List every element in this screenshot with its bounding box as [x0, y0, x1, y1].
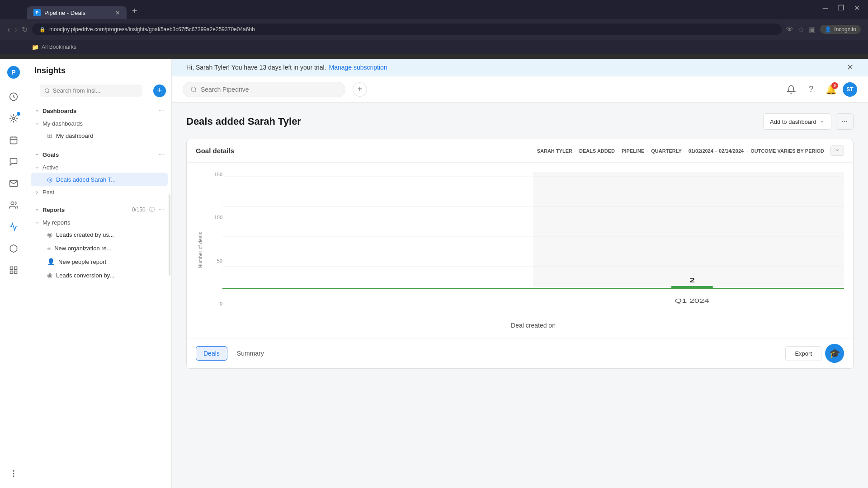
tab-close-icon[interactable]: ✕ — [115, 9, 120, 16]
nav-home[interactable] — [5, 88, 23, 106]
sidebar-app-title: Insights — [34, 66, 66, 75]
deals-tab[interactable]: Deals — [196, 346, 227, 361]
alert-button-wrapper: 🔔 9 — [823, 81, 839, 98]
deals-added-label: Deals added Sarah T... — [56, 176, 116, 183]
info-icon[interactable]: ⓘ — [149, 206, 155, 214]
sidebar-add-button[interactable]: + — [153, 84, 166, 97]
manage-subscription-link[interactable]: Manage subscription — [329, 64, 387, 71]
forward-button[interactable]: › — [14, 25, 17, 34]
leads-conversion-icon: ◉ — [47, 272, 52, 279]
dashboards-title[interactable]: Dashboards — [34, 108, 76, 114]
nav-insights[interactable] — [5, 218, 23, 236]
reports-more-button[interactable]: ··· — [158, 206, 164, 214]
reader-mode-button[interactable]: ▣ — [809, 25, 816, 34]
sidebar-search-input[interactable] — [53, 87, 138, 94]
chart-area: Deals added Sarah Tyler Add to dashboard… — [172, 103, 868, 488]
y-axis-label: Number of deals — [196, 172, 205, 329]
goal-type: DEALS ADDED — [579, 148, 615, 154]
url-text: moodjoy.pipedrive.com/progress/insights/… — [49, 26, 255, 33]
goal-card-header: Goal details SARAH TYLER · DEALS ADDED ·… — [187, 139, 853, 163]
close-button[interactable]: ✕ — [849, 4, 864, 12]
nav-leads[interactable] — [5, 153, 23, 171]
add-to-dashboard-label: Add to dashboard — [770, 118, 816, 125]
top-bar: + ? 🔔 9 ST — [172, 76, 868, 103]
nav-more[interactable] — [5, 465, 23, 483]
active-label: Active — [42, 164, 58, 171]
user-avatar[interactable]: ST — [843, 82, 857, 97]
svg-rect-24 — [533, 172, 844, 289]
svg-point-3 — [12, 117, 14, 120]
collapse-button[interactable] — [830, 145, 844, 156]
sidebar-content: Dashboards ··· My dashboards ⊞ My dashbo… — [27, 102, 171, 488]
notification-bell-button[interactable] — [783, 81, 799, 98]
my-reports-header[interactable]: My reports — [27, 216, 171, 228]
graduation-cap-button[interactable]: 🎓 — [825, 344, 844, 363]
lock-icon: 🔒 — [39, 27, 46, 33]
svg-rect-26 — [671, 286, 713, 288]
help-button[interactable]: ? — [803, 81, 819, 98]
eye-off-icon[interactable]: 👁 — [786, 25, 793, 33]
add-button[interactable]: + — [353, 82, 367, 97]
past-label: Past — [42, 189, 54, 196]
summary-tab[interactable]: Summary — [229, 346, 272, 361]
goal-period: QUARTERLY — [651, 148, 681, 154]
goals-title[interactable]: Goals — [34, 151, 59, 158]
refresh-button[interactable]: ↻ — [22, 25, 28, 34]
svg-point-15 — [13, 476, 14, 477]
goal-outcome: OUTCOME VARIES BY PERIOD — [750, 148, 824, 154]
y-axis-container: Number of deals 150 100 50 0 — [196, 172, 222, 329]
banner-text: Hi, Sarah Tyler! You have 13 days left i… — [186, 64, 326, 71]
my-dashboard-item[interactable]: ⊞ My dashboard — [31, 129, 168, 142]
more-options-button[interactable]: ··· — [836, 113, 854, 130]
nav-products[interactable] — [5, 239, 23, 258]
y-value-100: 100 — [214, 215, 222, 220]
nav-contacts[interactable] — [5, 196, 23, 214]
incognito-label: Incognito — [834, 26, 856, 33]
deals-added-item[interactable]: ◎ Deals added Sarah T... — [31, 173, 168, 186]
banner-close-button[interactable]: ✕ — [847, 63, 854, 71]
nav-reports[interactable] — [5, 261, 23, 279]
reports-title[interactable]: Reports — [34, 206, 65, 213]
new-people-item[interactable]: 👤 New people report — [31, 255, 168, 268]
svg-point-13 — [13, 470, 14, 471]
global-search[interactable] — [183, 82, 345, 97]
svg-text:2: 2 — [689, 277, 695, 284]
leads-created-item[interactable]: ◉ Leads created by us... — [31, 228, 168, 241]
goal-meta-bar: SARAH TYLER · DEALS ADDED · PIPELINE · Q… — [537, 145, 844, 156]
svg-point-18 — [191, 87, 196, 91]
bookmarks-folder-icon: 📁 — [32, 44, 39, 51]
nav-mail[interactable] — [5, 174, 23, 192]
chart-title: Deals added Sarah Tyler — [186, 116, 763, 127]
dashboards-more-button[interactable]: ··· — [158, 107, 164, 115]
goals-more-button[interactable]: ··· — [158, 150, 164, 159]
export-button[interactable]: Export — [785, 346, 821, 361]
star-icon[interactable]: ☆ — [798, 25, 804, 34]
back-button[interactable]: ‹ — [7, 25, 10, 34]
leads-conversion-item[interactable]: ◉ Leads conversion by... — [31, 268, 168, 282]
add-to-dashboard-button[interactable]: Add to dashboard — [763, 113, 831, 130]
new-organization-item[interactable]: ≡ New organization re... — [31, 241, 168, 255]
global-search-input[interactable] — [201, 86, 338, 93]
my-dashboards-header[interactable]: My dashboards — [27, 117, 171, 129]
svg-line-17 — [48, 92, 49, 93]
svg-text:P: P — [11, 69, 15, 76]
svg-rect-12 — [10, 271, 13, 274]
bookmarks-label: All Bookmarks — [42, 44, 76, 50]
icon-bar: P — [0, 59, 27, 488]
collapse-icon — [835, 147, 840, 153]
reports-section-header: Reports 0/150 ⓘ ··· — [27, 201, 171, 216]
nav-deals[interactable] — [5, 109, 23, 127]
active-header[interactable]: Active — [27, 161, 171, 173]
my-dashboard-label: My dashboard — [56, 132, 93, 139]
dashboards-section-header: Dashboards ··· — [27, 102, 171, 117]
app-logo[interactable]: P — [5, 64, 22, 80]
chart-footer: Deals Summary Export 🎓 — [187, 338, 853, 368]
chart-page-header: Deals added Sarah Tyler Add to dashboard… — [186, 113, 854, 130]
svg-rect-9 — [10, 267, 13, 270]
sidebar-search[interactable] — [40, 84, 142, 97]
nav-activities[interactable] — [5, 131, 23, 149]
minimize-button[interactable]: ─ — [818, 4, 832, 12]
new-tab-button[interactable]: + — [127, 4, 143, 18]
maximize-button[interactable]: ❐ — [833, 4, 849, 12]
past-header[interactable]: Past — [27, 186, 171, 197]
